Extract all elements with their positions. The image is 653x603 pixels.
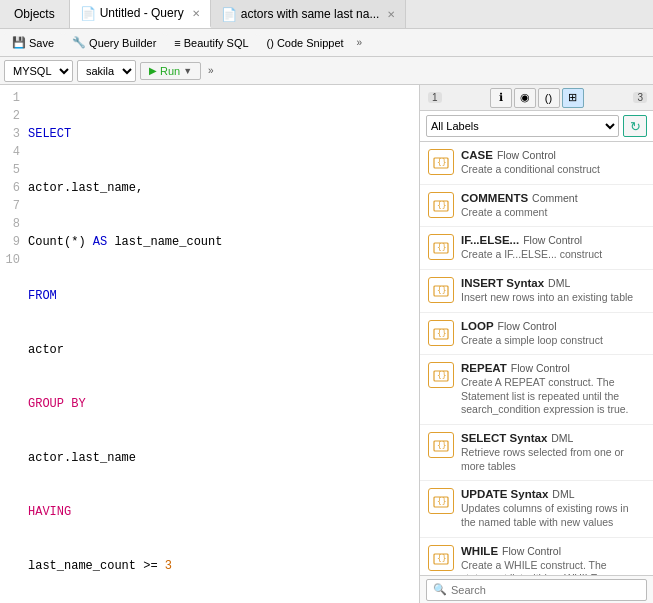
- main-area: 12345 678910 SELECT actor.last_name, Cou…: [0, 85, 653, 603]
- snippet-text: REPEATFlow Control Create A REPEAT const…: [461, 362, 645, 417]
- snippet-title: LOOPFlow Control: [461, 320, 645, 332]
- snippet-desc: Create a simple loop construct: [461, 334, 645, 348]
- save-label: Save: [29, 37, 54, 49]
- icon-toolbar: ℹ ◉ () ⊞: [490, 88, 584, 108]
- toolbar-expand-icon[interactable]: »: [354, 37, 366, 48]
- snippet-text: INSERT SyntaxDML Insert new rows into an…: [461, 277, 645, 305]
- snippet-tag: Flow Control: [523, 234, 582, 246]
- snippet-desc: Create a WHILE construct. The statement …: [461, 559, 645, 575]
- snippet-icon: {}: [428, 545, 454, 571]
- snippet-tag: Flow Control: [497, 149, 556, 161]
- filter-select[interactable]: All Labels: [426, 115, 619, 137]
- code-editor[interactable]: 12345 678910 SELECT actor.last_name, Cou…: [0, 85, 419, 603]
- code-content[interactable]: SELECT actor.last_name, Count(*) AS last…: [28, 89, 419, 603]
- tab2-close-icon[interactable]: ✕: [387, 9, 395, 20]
- snippet-tag: Flow Control: [502, 545, 561, 557]
- snippet-desc: Insert new rows into an existing table: [461, 291, 645, 305]
- tab1-icon: 📄: [80, 6, 96, 21]
- run-dropdown-icon[interactable]: ▼: [183, 66, 192, 76]
- snippet-icon: {}: [428, 234, 454, 260]
- eye-icon: ◉: [520, 91, 530, 104]
- tab2-icon: 📄: [221, 7, 237, 22]
- grid-icon: ⊞: [568, 91, 577, 104]
- refresh-icon: ↻: [630, 119, 641, 134]
- code-icon: (): [545, 92, 552, 104]
- snippet-text: UPDATE SyntaxDML Updates columns of exis…: [461, 488, 645, 529]
- tab1-close-icon[interactable]: ✕: [192, 8, 200, 19]
- run-button[interactable]: ▶ Run ▼: [140, 62, 201, 80]
- snippet-title: WHILEFlow Control: [461, 545, 645, 557]
- list-item[interactable]: {} SELECT SyntaxDML Retrieve rows select…: [420, 425, 653, 481]
- snippet-text: LOOPFlow Control Create a simple loop co…: [461, 320, 645, 348]
- snippet-desc: Create A REPEAT construct. The Statement…: [461, 376, 645, 417]
- grid-icon-btn[interactable]: ⊞: [562, 88, 584, 108]
- tab-objects[interactable]: Objects: [0, 0, 70, 28]
- line-numbers: 12345 678910: [0, 89, 28, 603]
- save-icon: 💾: [12, 36, 26, 49]
- search-input[interactable]: [451, 584, 640, 596]
- list-item[interactable]: {} LOOPFlow Control Create a simple loop…: [420, 313, 653, 356]
- snippet-icon: {}: [428, 149, 454, 175]
- beautify-sql-button[interactable]: ≡ Beautify SQL: [166, 34, 256, 52]
- panel-number-1: 1: [428, 92, 442, 103]
- info-icon: ℹ: [499, 91, 503, 104]
- code-icon-btn[interactable]: (): [538, 88, 560, 108]
- editor-area: 12345 678910 SELECT actor.last_name, Cou…: [0, 85, 420, 603]
- snippet-title: UPDATE SyntaxDML: [461, 488, 645, 500]
- bottom-search: 🔍: [420, 575, 653, 603]
- list-item[interactable]: {} UPDATE SyntaxDML Updates columns of e…: [420, 481, 653, 537]
- tab1-label: Untitled - Query: [100, 6, 184, 20]
- list-item[interactable]: {} INSERT SyntaxDML Insert new rows into…: [420, 270, 653, 313]
- search-icon: 🔍: [433, 583, 447, 596]
- list-item[interactable]: {} REPEATFlow Control Create A REPEAT co…: [420, 355, 653, 425]
- svg-text:{}: {}: [437, 243, 447, 252]
- snippet-icon: {}: [428, 192, 454, 218]
- svg-text:{}: {}: [437, 158, 447, 167]
- snippet-tag: DML: [548, 277, 570, 289]
- tab-bar: Objects 📄 Untitled - Query ✕ 📄 actors wi…: [0, 0, 653, 29]
- info-icon-btn[interactable]: ℹ: [490, 88, 512, 108]
- toolbar2-expand-icon[interactable]: »: [205, 65, 217, 76]
- query-builder-label: Query Builder: [89, 37, 156, 49]
- list-item[interactable]: {} IF...ELSE...Flow Control Create a IF.…: [420, 227, 653, 270]
- svg-text:{}: {}: [437, 329, 447, 338]
- snippet-title: CASEFlow Control: [461, 149, 645, 161]
- snippet-icon: {}: [428, 320, 454, 346]
- save-button[interactable]: 💾 Save: [4, 33, 62, 52]
- snippet-text: IF...ELSE...Flow Control Create a IF...E…: [461, 234, 645, 262]
- snippet-text: COMMENTSComment Create a comment: [461, 192, 645, 220]
- run-label: Run: [160, 65, 180, 77]
- svg-text:{}: {}: [437, 286, 447, 295]
- snippet-desc: Retrieve rows selected from one or more …: [461, 446, 645, 473]
- schema-select[interactable]: sakila: [77, 60, 136, 82]
- refresh-button[interactable]: ↻: [623, 115, 647, 137]
- svg-text:{}: {}: [437, 497, 447, 506]
- query-builder-button[interactable]: 🔧 Query Builder: [64, 33, 164, 52]
- query-builder-icon: 🔧: [72, 36, 86, 49]
- snippet-desc: Create a IF...ELSE... construct: [461, 248, 645, 262]
- eye-icon-btn[interactable]: ◉: [514, 88, 536, 108]
- snippet-tag: Flow Control: [511, 362, 570, 374]
- panel-number-3: 3: [633, 92, 647, 103]
- tab-untitled-query[interactable]: 📄 Untitled - Query ✕: [70, 0, 211, 28]
- beautify-label: Beautify SQL: [184, 37, 249, 49]
- right-panel: 1 ℹ ◉ () ⊞ 3 All Labels: [420, 85, 653, 603]
- list-item[interactable]: {} CASEFlow Control Create a conditional…: [420, 142, 653, 185]
- snippet-list[interactable]: {} CASEFlow Control Create a conditional…: [420, 142, 653, 575]
- svg-text:{}: {}: [437, 441, 447, 450]
- svg-text:{}: {}: [437, 371, 447, 380]
- right-panel-header: 1 ℹ ◉ () ⊞ 3: [420, 85, 653, 111]
- tab-actors[interactable]: 📄 actors with same last na... ✕: [211, 0, 407, 28]
- snippet-tag: Flow Control: [498, 320, 557, 332]
- snippet-title: IF...ELSE...Flow Control: [461, 234, 645, 246]
- snippet-tag: DML: [551, 432, 573, 444]
- snippet-icon: {}: [428, 362, 454, 388]
- list-item[interactable]: {} WHILEFlow Control Create a WHILE cons…: [420, 538, 653, 575]
- db-select[interactable]: MYSQL: [4, 60, 73, 82]
- search-box[interactable]: 🔍: [426, 579, 647, 601]
- snippet-title: SELECT SyntaxDML: [461, 432, 645, 444]
- run-icon: ▶: [149, 65, 157, 76]
- snippet-icon: {}: [428, 488, 454, 514]
- code-snippet-button[interactable]: () Code Snippet: [259, 34, 352, 52]
- list-item[interactable]: {} COMMENTSComment Create a comment: [420, 185, 653, 228]
